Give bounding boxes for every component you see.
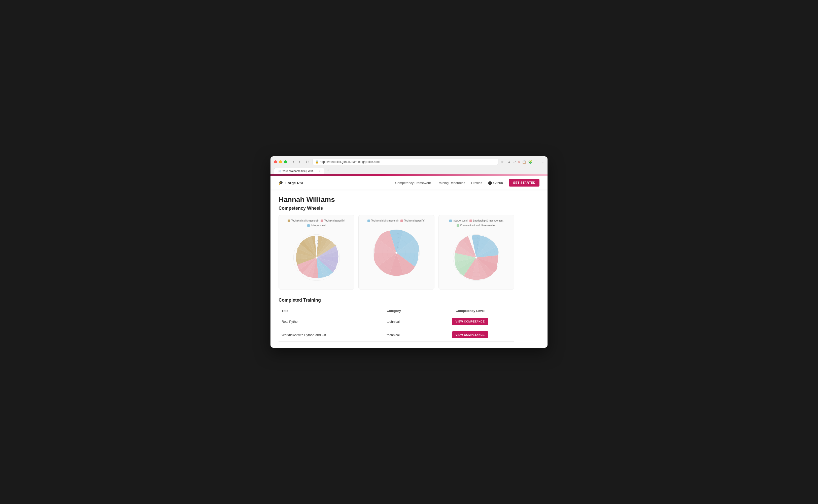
tab-close-icon[interactable]: ✕ bbox=[318, 170, 320, 172]
legend-color-interpersonal bbox=[307, 224, 310, 227]
tab-favicon: 📄 bbox=[278, 170, 281, 172]
forward-button[interactable]: › bbox=[297, 159, 302, 165]
wheels-container: Technical skills (general) Technical (sp… bbox=[278, 215, 514, 290]
minimize-button[interactable] bbox=[279, 160, 282, 163]
lock-icon: 🔒 bbox=[315, 160, 319, 164]
legend-color-3-communication bbox=[457, 224, 459, 227]
training-competency-1: VIEW COMPETANCE bbox=[426, 315, 514, 328]
chevron-down-icon[interactable]: ⌄ bbox=[541, 160, 544, 164]
wheel-svg-3: 7 6 5 4 bbox=[449, 230, 504, 285]
nav-links: Competency Framework Training Resources … bbox=[395, 179, 540, 187]
legend-color-technical-general bbox=[287, 220, 290, 222]
menu-icon[interactable]: ☰ bbox=[534, 160, 537, 164]
top-banner bbox=[270, 174, 548, 176]
col-competency: Competency Level bbox=[426, 307, 514, 315]
training-title-2: Workflows with Python and Git bbox=[278, 328, 384, 342]
legend-item-technical-specific: Technical (specific) bbox=[320, 219, 345, 222]
browser-nav: ‹ › ↻ 🔒 https://rsetoolkit.github.io/tra… bbox=[291, 159, 544, 165]
close-button[interactable] bbox=[274, 160, 277, 163]
legend-color-2-technical-specific bbox=[400, 220, 403, 222]
legend-label-technical-general: Technical skills (general) bbox=[291, 219, 318, 222]
shield-ext-icon[interactable]: 🛡 bbox=[513, 160, 516, 164]
nav-profiles[interactable]: Profiles bbox=[471, 181, 482, 185]
nav-competency-framework[interactable]: Competency Framework bbox=[395, 181, 431, 185]
url-text: https://rsetoolkit.github.io/training/pr… bbox=[320, 160, 379, 164]
legend-label-3-communication: Communication & dissemination bbox=[460, 224, 496, 227]
legend-label-3-leadership: Leadership & management bbox=[473, 219, 503, 222]
legend-item-3-leadership: Leadership & management bbox=[470, 219, 503, 222]
table-row: Workflows with Python and Git technical … bbox=[278, 328, 514, 342]
wheel-1-legend: Technical skills (general) Technical (sp… bbox=[283, 219, 350, 227]
legend-item-3-interpersonal: Interpersonal bbox=[449, 219, 468, 222]
wheel-card-3: Interpersonal Leadership & management Co… bbox=[439, 215, 514, 290]
wheel-card-1: Technical skills (general) Technical (sp… bbox=[278, 215, 354, 290]
nav-brand[interactable]: 🎓 Forge RSE bbox=[278, 181, 305, 185]
svg-point-19 bbox=[395, 252, 397, 254]
table-body: Real Python technical VIEW COMPETANCE Wo… bbox=[278, 315, 514, 342]
brand-name: Forge RSE bbox=[285, 181, 305, 185]
maximize-button[interactable] bbox=[284, 160, 287, 163]
svg-point-9 bbox=[315, 257, 317, 258]
legend-item-interpersonal: Interpersonal bbox=[307, 224, 325, 227]
tab-ext-icon[interactable]: 📋 bbox=[522, 160, 526, 164]
col-title: Title bbox=[278, 307, 384, 315]
back-button[interactable]: ‹ bbox=[291, 159, 295, 165]
legend-item-2-technical-general: Technical skills (general) bbox=[367, 219, 398, 222]
browser-chrome: ‹ › ↻ 🔒 https://rsetoolkit.github.io/tra… bbox=[270, 156, 548, 174]
github-label: Github bbox=[493, 181, 503, 185]
training-title-1: Real Python bbox=[278, 315, 384, 328]
training-category-2: technical bbox=[384, 328, 426, 342]
wheel-card-2: Technical skills (general) Technical (sp… bbox=[358, 215, 434, 290]
tab-bar: 📄 Your awesome title | Write an aw ✕ + bbox=[274, 167, 544, 174]
get-started-button[interactable]: GET STARTED bbox=[509, 179, 540, 187]
wheels-section-title: Competency Wheels bbox=[278, 206, 514, 211]
legend-item-2-technical-specific: Technical (specific) bbox=[400, 219, 425, 222]
table-header-row: Title Category Competency Level bbox=[278, 307, 514, 315]
legend-label-interpersonal: Interpersonal bbox=[311, 224, 325, 227]
svg-point-30 bbox=[476, 257, 477, 258]
star-icon[interactable]: ☆ bbox=[501, 160, 504, 164]
legend-color-technical-specific bbox=[320, 220, 323, 222]
legend-item-3-communication: Communication & dissemination bbox=[457, 224, 496, 227]
legend-color-2-technical-general bbox=[367, 220, 370, 222]
wheel-3-legend: Interpersonal Leadership & management Co… bbox=[443, 219, 510, 227]
active-tab[interactable]: 📄 Your awesome title | Write an aw ✕ bbox=[274, 168, 324, 174]
browser-window: ‹ › ↻ 🔒 https://rsetoolkit.github.io/tra… bbox=[270, 156, 548, 348]
ext-icon[interactable]: A bbox=[518, 160, 520, 164]
profile-name: Hannah Williams bbox=[278, 196, 514, 204]
view-competance-button-1[interactable]: VIEW COMPETANCE bbox=[452, 318, 488, 325]
nav-training-resources[interactable]: Training Resources bbox=[437, 181, 465, 185]
competency-wheels-section: Competency Wheels Technical skills (gene… bbox=[278, 206, 514, 290]
puzzle-icon[interactable]: 🧩 bbox=[528, 160, 532, 164]
bookmark-ext-icon[interactable]: ⬇ bbox=[508, 160, 511, 164]
legend-color-3-interpersonal bbox=[449, 220, 452, 222]
wheel-svg-1: 7 6 5 4 bbox=[289, 230, 344, 285]
table-header: Title Category Competency Level bbox=[278, 307, 514, 315]
page-content: 🎓 Forge RSE Competency Framework Trainin… bbox=[270, 174, 548, 348]
main-content: Hannah Williams Competency Wheels Techni… bbox=[270, 190, 522, 348]
table-row: Real Python technical VIEW COMPETANCE bbox=[278, 315, 514, 328]
nav-github[interactable]: ⬤ Github bbox=[488, 181, 503, 185]
col-category: Category bbox=[384, 307, 426, 315]
new-tab-button[interactable]: + bbox=[325, 167, 331, 173]
view-competance-button-2[interactable]: VIEW COMPETANCE bbox=[452, 331, 488, 338]
navbar: 🎓 Forge RSE Competency Framework Trainin… bbox=[270, 176, 548, 190]
training-section-title: Completed Training bbox=[278, 298, 514, 303]
training-table: Title Category Competency Level Real Pyt… bbox=[278, 307, 514, 342]
legend-label-3-interpersonal: Interpersonal bbox=[453, 219, 468, 222]
legend-item-technical-general: Technical skills (general) bbox=[287, 219, 318, 222]
github-icon: ⬤ bbox=[488, 181, 492, 185]
legend-color-3-leadership bbox=[470, 220, 472, 222]
legend-label-2-technical-specific: Technical (specific) bbox=[404, 219, 425, 222]
wheel-2-legend: Technical skills (general) Technical (sp… bbox=[363, 219, 430, 222]
training-competency-2: VIEW COMPETANCE bbox=[426, 328, 514, 342]
svg-text:7: 7 bbox=[317, 236, 318, 238]
refresh-button[interactable]: ↻ bbox=[304, 159, 310, 165]
legend-label-technical-specific: Technical (specific) bbox=[324, 219, 345, 222]
training-category-1: technical bbox=[384, 315, 426, 328]
wheel-svg-2: 4.0 3.0 2.0 1.0 bbox=[369, 225, 424, 280]
tab-title: Your awesome title | Write an aw bbox=[282, 169, 316, 172]
brand-icon: 🎓 bbox=[278, 181, 283, 185]
training-section: Completed Training Title Category Compet… bbox=[278, 298, 514, 342]
address-bar[interactable]: 🔒 https://rsetoolkit.github.io/training/… bbox=[312, 159, 499, 165]
